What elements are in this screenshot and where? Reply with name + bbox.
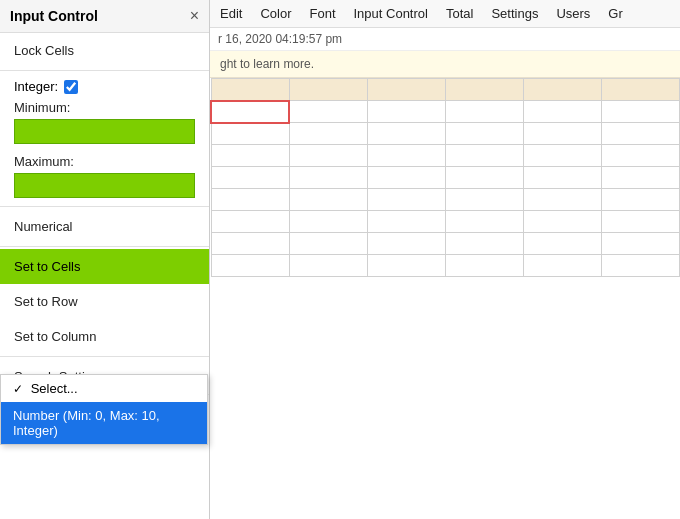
table-cell[interactable] [289, 79, 367, 101]
table-cell[interactable] [445, 211, 523, 233]
table-row [211, 123, 680, 145]
table-cell[interactable] [211, 211, 289, 233]
checkmark-icon: ✓ [13, 382, 23, 396]
table-cell[interactable] [523, 233, 601, 255]
table-cell[interactable] [211, 101, 289, 123]
table-cell[interactable] [523, 167, 601, 189]
table-cell[interactable] [445, 189, 523, 211]
table-cell[interactable] [523, 79, 601, 101]
maximum-input[interactable]: 10 [14, 173, 195, 198]
table-cell[interactable] [211, 79, 289, 101]
menu-settings[interactable]: Settings [489, 4, 540, 23]
table-cell[interactable] [523, 101, 601, 123]
set-to-column-item[interactable]: Set to Column [0, 319, 209, 354]
table-cell[interactable] [445, 123, 523, 145]
menu-gr[interactable]: Gr [606, 4, 624, 23]
menu-input-control[interactable]: Input Control [352, 4, 430, 23]
table-cell[interactable] [367, 145, 445, 167]
table-cell[interactable] [445, 79, 523, 101]
table-cell[interactable] [211, 233, 289, 255]
dropdown-select-option[interactable]: ✓ Select... [1, 375, 207, 402]
dropdown-number-option[interactable]: Number (Min: 0, Max: 10, Integer) [1, 402, 207, 444]
table-cell[interactable] [601, 189, 679, 211]
table-cell[interactable] [523, 123, 601, 145]
info-text: ght to learn more. [220, 57, 314, 71]
close-button[interactable]: × [190, 8, 199, 24]
minimum-label: Minimum: [0, 96, 209, 117]
set-to-cells-item[interactable]: Set to Cells [0, 249, 209, 284]
table-cell[interactable] [601, 255, 679, 277]
table-cell[interactable] [601, 145, 679, 167]
table-cell[interactable] [367, 233, 445, 255]
table-cell[interactable] [289, 211, 367, 233]
lock-cells-item[interactable]: Lock Cells [0, 33, 209, 68]
integer-label: Integer: [14, 79, 58, 94]
table-cell[interactable] [523, 255, 601, 277]
table-cell[interactable] [289, 189, 367, 211]
table-cell[interactable] [601, 211, 679, 233]
menu-font[interactable]: Font [307, 4, 337, 23]
menu-bar: Edit Color Font Input Control Total Sett… [210, 0, 680, 28]
table-cell[interactable] [601, 233, 679, 255]
table-cell[interactable] [211, 189, 289, 211]
menu-color[interactable]: Color [258, 4, 293, 23]
table-cell[interactable] [445, 145, 523, 167]
table-row [211, 79, 680, 101]
table-row [211, 145, 680, 167]
table-cell[interactable] [601, 79, 679, 101]
number-option-label: Number (Min: 0, Max: 10, Integer) [13, 408, 160, 438]
table-cell[interactable] [367, 79, 445, 101]
table-row [211, 255, 680, 277]
table-cell[interactable] [601, 123, 679, 145]
table-cell[interactable] [211, 167, 289, 189]
select-label: Select... [31, 381, 78, 396]
table-row [211, 167, 680, 189]
menu-edit[interactable]: Edit [218, 4, 244, 23]
dropdown-overlay: ✓ Select... Number (Min: 0, Max: 10, Int… [0, 374, 208, 445]
table-cell[interactable] [289, 101, 367, 123]
table-row [211, 233, 680, 255]
table-cell[interactable] [289, 255, 367, 277]
table-cell[interactable] [523, 211, 601, 233]
table-cell[interactable] [211, 145, 289, 167]
info-bar: ght to learn more. [210, 51, 680, 78]
table-row [211, 211, 680, 233]
panel-title: Input Control [10, 8, 98, 24]
integer-checkbox[interactable] [64, 80, 78, 94]
set-to-row-item[interactable]: Set to Row [0, 284, 209, 319]
table-cell[interactable] [367, 189, 445, 211]
table-cell[interactable] [289, 123, 367, 145]
table-cell[interactable] [367, 123, 445, 145]
numerical-item[interactable]: Numerical [0, 209, 209, 244]
divider-1 [0, 70, 209, 71]
table-cell[interactable] [523, 145, 601, 167]
menu-total[interactable]: Total [444, 4, 475, 23]
table-row [211, 101, 680, 123]
table-cell[interactable] [445, 233, 523, 255]
table-cell[interactable] [211, 255, 289, 277]
table-cell[interactable] [289, 233, 367, 255]
minimum-input[interactable]: 0 [14, 119, 195, 144]
divider-2 [0, 206, 209, 207]
panel-header: Input Control × [0, 0, 209, 33]
table-cell[interactable] [367, 255, 445, 277]
spreadsheet [210, 78, 680, 519]
table-cell[interactable] [289, 145, 367, 167]
table-cell[interactable] [523, 189, 601, 211]
table-cell[interactable] [445, 167, 523, 189]
menu-users[interactable]: Users [554, 4, 592, 23]
divider-3 [0, 246, 209, 247]
table-cell[interactable] [211, 123, 289, 145]
table-cell[interactable] [445, 101, 523, 123]
table-cell[interactable] [367, 101, 445, 123]
table-cell[interactable] [601, 101, 679, 123]
table-cell[interactable] [367, 167, 445, 189]
right-panel: Edit Color Font Input Control Total Sett… [210, 0, 680, 519]
table-cell[interactable] [367, 211, 445, 233]
table-cell[interactable] [445, 255, 523, 277]
integer-row: Integer: [0, 73, 209, 96]
divider-4 [0, 356, 209, 357]
maximum-label: Maximum: [0, 150, 209, 171]
table-cell[interactable] [289, 167, 367, 189]
table-cell[interactable] [601, 167, 679, 189]
